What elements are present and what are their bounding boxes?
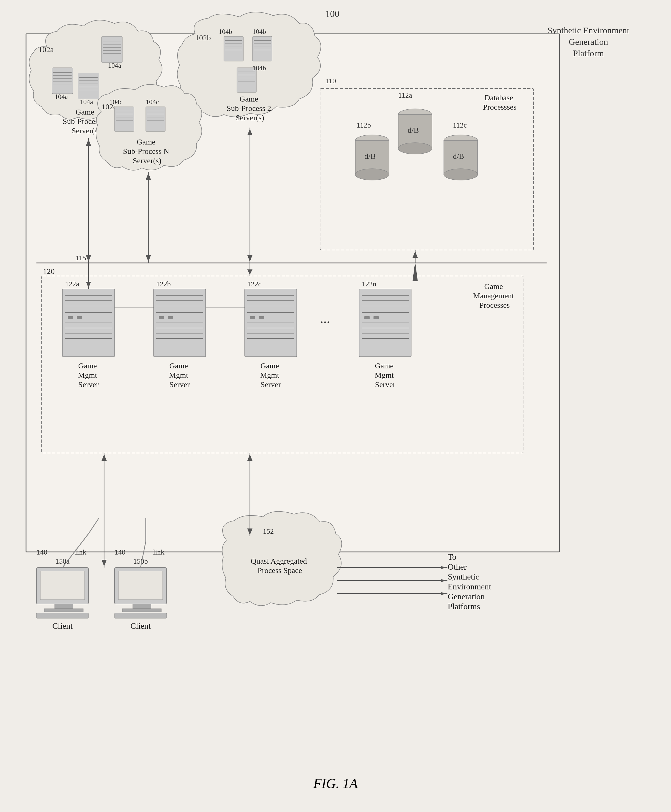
svg-point-55: [398, 143, 432, 154]
ref-102c: 102c: [102, 102, 117, 111]
svg-text:104c: 104c: [146, 98, 159, 106]
label-server-122a: Game Mgmt Server: [78, 362, 99, 389]
server-104c-2: 104c: [146, 98, 165, 131]
svg-marker-147: [247, 529, 252, 535]
svg-rect-15: [78, 73, 99, 99]
svg-marker-144: [102, 560, 107, 566]
svg-rect-0: [26, 34, 560, 552]
label-quasi: Quasi Aggregated Process Space: [250, 556, 309, 575]
svg-text:104b: 104b: [219, 28, 232, 36]
svg-rect-130: [54, 604, 73, 609]
svg-rect-57: [355, 141, 389, 174]
svg-rect-135: [114, 568, 167, 604]
svg-text:104a: 104a: [54, 93, 68, 101]
svg-marker-125: [86, 282, 91, 288]
link-label-150a: link: [75, 548, 87, 556]
db-label-112c: d/B: [453, 152, 464, 160]
svg-rect-34: [237, 68, 256, 92]
ref-140a: 140: [36, 548, 48, 556]
title-line1: Synthetic Environment: [548, 25, 629, 36]
label-game-subn: Game Sub-Process N Server(s): [123, 137, 171, 165]
svg-rect-63: [42, 276, 523, 453]
svg-marker-112: [247, 129, 252, 135]
svg-rect-139: [114, 613, 167, 618]
figure-number-top: 100: [325, 9, 339, 19]
server-104c-1: 104c: [109, 98, 134, 131]
ref-112a: 112a: [398, 91, 412, 99]
svg-marker-149: [441, 566, 448, 569]
fig-caption: FIG. 1A: [313, 776, 358, 791]
label-db-processes: Database Processses: [483, 93, 516, 111]
label-client-150a: Client: [52, 621, 73, 631]
svg-point-53: [398, 109, 432, 120]
svg-marker-119: [412, 262, 418, 281]
db-label-112b: d/B: [364, 152, 376, 160]
ref-122a: 122a: [65, 280, 79, 288]
ref-140b: 140: [114, 548, 126, 556]
svg-rect-54: [398, 114, 432, 148]
svg-line-133: [63, 534, 89, 568]
svg-rect-132: [36, 613, 89, 618]
server-104b-2: 104b: [252, 28, 272, 61]
svg-rect-22: [224, 36, 244, 61]
server-104b-3: 104b: [237, 64, 266, 92]
svg-rect-129: [40, 571, 85, 600]
ref-150b: 150b: [133, 557, 148, 565]
svg-rect-28: [252, 36, 272, 61]
svg-text:104a: 104a: [80, 98, 93, 106]
svg-rect-131: [44, 609, 83, 612]
svg-rect-40: [114, 107, 134, 131]
svg-rect-81: [168, 316, 173, 319]
server-104a-1: 104a: [102, 36, 122, 69]
svg-rect-64: [63, 289, 114, 357]
ref-122c: 122c: [247, 280, 261, 288]
label-server-122b: Game Mgmt Server: [169, 362, 190, 389]
label-game-sub1: Game Sub-Process 1 Server(s): [63, 107, 109, 135]
svg-rect-97: [359, 289, 411, 357]
svg-point-58: [355, 169, 389, 180]
svg-rect-46: [146, 107, 165, 131]
svg-marker-151: [441, 579, 448, 582]
svg-marker-118: [412, 251, 418, 258]
svg-text:104a: 104a: [108, 62, 121, 69]
label-client-150b: Client: [130, 621, 151, 631]
svg-marker-146: [247, 454, 252, 461]
svg-rect-137: [133, 604, 151, 609]
ref-122n: 122n: [362, 280, 376, 288]
svg-line-134: [89, 518, 99, 534]
label-game-mgmt-processes: Game Management Processes: [473, 282, 516, 309]
svg-text:104c: 104c: [109, 98, 123, 106]
svg-marker-143: [102, 454, 107, 461]
link-label-150b: link: [153, 548, 165, 556]
page: 100 Synthetic Environment Generation Pla…: [0, 0, 671, 812]
svg-rect-8: [52, 68, 73, 94]
db-label-112a: d/B: [408, 126, 419, 134]
svg-rect-52: [320, 89, 533, 250]
svg-rect-92: [259, 316, 264, 319]
svg-rect-138: [122, 609, 162, 612]
svg-rect-60: [444, 141, 478, 174]
title-line3: Platform: [548, 48, 629, 59]
ref-112b: 112b: [357, 121, 371, 129]
label-game-sub2: Game Sub-Process 2 Server(s): [227, 94, 273, 122]
ref-152: 152: [263, 527, 274, 535]
svg-rect-128: [36, 568, 89, 604]
svg-rect-91: [250, 316, 255, 319]
svg-rect-75: [153, 289, 206, 357]
svg-rect-80: [159, 316, 164, 319]
svg-rect-102: [364, 316, 370, 319]
svg-rect-69: [68, 316, 73, 319]
to-other-text: To Other Synthetic Environment Generatio…: [448, 552, 493, 611]
server-104a-2: 104a: [52, 68, 73, 101]
svg-marker-115: [146, 173, 151, 180]
svg-text:104b: 104b: [252, 28, 266, 36]
svg-marker-153: [441, 592, 448, 595]
server-104b-1: 104b: [219, 28, 244, 61]
svg-rect-1: [102, 36, 122, 63]
svg-text:104b: 104b: [252, 64, 266, 72]
svg-marker-116: [146, 255, 151, 262]
svg-rect-70: [77, 316, 82, 319]
svg-marker-109: [86, 139, 91, 146]
svg-marker-121: [247, 270, 252, 275]
svg-marker-110: [86, 255, 91, 262]
